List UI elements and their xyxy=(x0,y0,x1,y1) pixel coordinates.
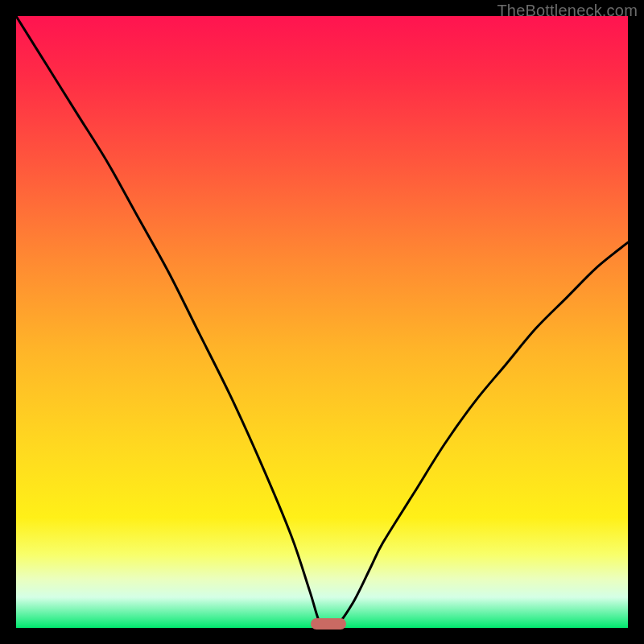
chart-frame: TheBottleneck.com xyxy=(0,0,644,644)
gradient-plot-area xyxy=(16,16,628,628)
optimal-marker xyxy=(311,618,346,630)
